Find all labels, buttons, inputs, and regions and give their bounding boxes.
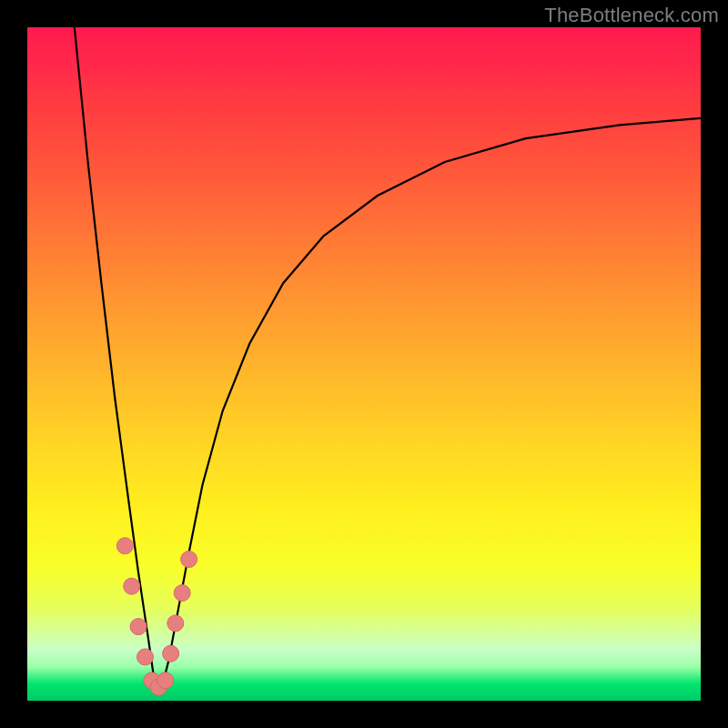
marker-point [163,645,179,662]
marker-point [137,649,154,665]
marker-point [124,578,140,594]
marker-point [116,538,133,554]
marker-point [157,672,174,689]
chart-frame: TheBottleneck.com [0,0,728,728]
marker-point [181,551,197,568]
curve-layer [27,27,701,701]
marker-point [130,619,147,635]
bottleneck-curve [75,27,701,687]
watermark-text: TheBottleneck.com [544,4,719,27]
marker-point [174,585,190,602]
marker-group [116,538,197,695]
plot-area [27,27,701,701]
marker-point [167,615,184,632]
